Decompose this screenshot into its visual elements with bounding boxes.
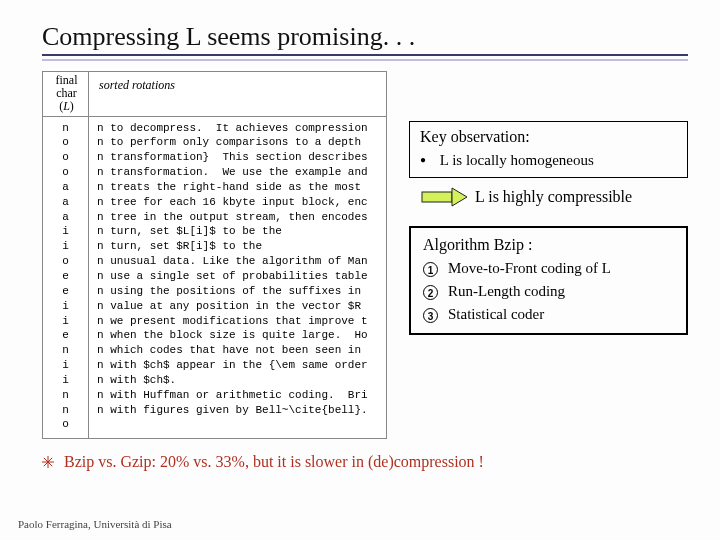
circled-1-icon: 1 [423, 262, 438, 277]
observation-title: Key observation: [420, 128, 677, 146]
figure-L-column: n o o o a a a i i o e e i i e n i i n n … [43, 117, 89, 439]
algorithm-title: Algorithm Bzip : [423, 236, 674, 254]
footer-credit: Paolo Ferragina, Università di Pisa [18, 518, 172, 530]
circled-2-icon: 2 [423, 285, 438, 300]
algorithm-step-2: 2 Run-Length coding [423, 283, 674, 300]
title-rule [42, 54, 688, 61]
algorithm-step-1: 1 Move-to-Front coding of L [423, 260, 674, 277]
arrow-icon [421, 186, 469, 208]
implication-row: L is highly compressible [421, 186, 688, 208]
bottom-remark: Bzip vs. Gzip: 20% vs. 33%, but it is sl… [42, 453, 688, 471]
algorithm-step-3: 3 Statistical coder [423, 306, 674, 323]
bottom-remark-text: Bzip vs. Gzip: 20% vs. 33%, but it is sl… [64, 453, 484, 471]
observation-bullet: ● L is locally homogeneous [420, 152, 677, 169]
algorithm-step-2-text: Run-Length coding [448, 283, 565, 300]
implication-text: L is highly compressible [475, 188, 632, 206]
figure-rotations-column: n to decompress. It achieves compression… [89, 117, 386, 439]
bwt-figure: final char (L) sorted rotations n o o o … [42, 71, 387, 439]
observation-bullet-text: L is locally homogeneous [440, 152, 594, 168]
slide-title: Compressing L seems promising. . . [42, 22, 688, 52]
figure-head-left: final char (L) [43, 72, 89, 116]
algorithm-box: Algorithm Bzip : 1 Move-to-Front coding … [409, 226, 688, 335]
algorithm-step-3-text: Statistical coder [448, 306, 544, 323]
bullet-icon: ● [420, 154, 426, 165]
algorithm-step-1-text: Move-to-Front coding of L [448, 260, 611, 277]
circled-3-icon: 3 [423, 308, 438, 323]
figure-head-l1: final [56, 73, 78, 87]
svg-rect-0 [422, 192, 452, 202]
figure-head-l2: char [56, 86, 77, 100]
observation-box: Key observation: ● L is locally homogene… [409, 121, 688, 178]
figure-head-right: sorted rotations [89, 72, 386, 116]
svg-marker-1 [452, 188, 467, 206]
sunburst-icon [42, 456, 54, 468]
